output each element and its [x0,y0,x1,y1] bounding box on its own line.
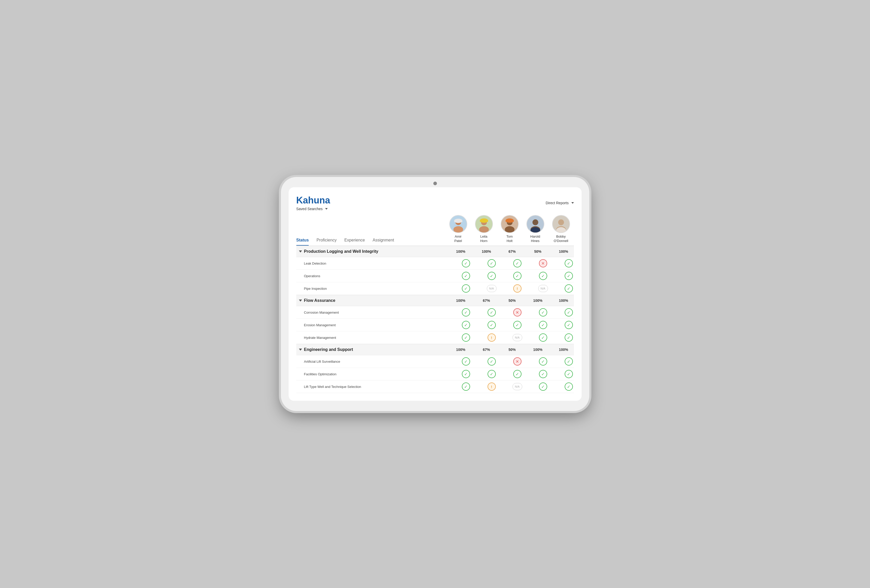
header-right: Direct Reports [546,201,574,205]
group-pct-2-3: 100% [525,347,551,352]
group-pct-1-3: 100% [525,298,551,303]
person-name-bobby-odonnell: BobbyO'Donnell [554,235,568,243]
status-cell-1-2-3: ✓ [530,333,556,342]
check-icon: ✓ [462,357,470,365]
status-cell-1-0-1: ✓ [479,308,505,316]
tablet-camera [434,182,437,185]
status-cell-0-1-1: ✓ [479,272,505,280]
person-harold-hines: HaroldHines [523,215,548,243]
check-icon: ✓ [487,308,496,316]
group-percentages-2: 100%67%50%100%100% [448,347,577,352]
skill-statuses-0-2: ✓N/A!N/A✓ [453,284,582,293]
skill-statuses-2-2: ✓!N/A✓✓ [453,383,582,391]
group-pct-0-3: 50% [525,249,551,254]
status-cell-2-1-1: ✓ [479,370,505,378]
x-icon: ✕ [513,357,521,365]
check-icon: ✓ [513,259,521,267]
check-icon: ✓ [487,370,496,378]
status-cell-1-0-3: ✓ [530,308,556,316]
status-cell-2-0-2: ✕ [505,357,530,365]
svg-point-17 [532,219,538,225]
group-header-2[interactable]: Engineering and Support100%67%50%100%100… [296,344,574,355]
skill-row-2-1: Facilities Optimization✓✓✓✓✓ [296,368,574,380]
check-icon: ✓ [539,357,547,365]
check-icon: ✓ [462,383,470,391]
svg-point-21 [558,219,564,225]
tab-experience[interactable]: Experience [344,238,365,246]
group-pct-2-1: 67% [474,347,499,352]
check-icon: ✓ [462,284,470,293]
status-cell-1-1-2: ✓ [505,321,530,329]
group-label-text-1: Flow Assurance [304,298,335,303]
check-icon: ✓ [565,357,573,365]
tabs: Status Proficiency Experience Assignment [296,238,445,246]
group-label-text-2: Engineering and Support [304,347,353,352]
skill-name-0-1: Operations [304,274,453,278]
direct-reports-arrow-icon [571,202,574,204]
skill-statuses-0-0: ✓✓✓✕✓ [453,259,582,267]
status-cell-1-1-0: ✓ [453,321,479,329]
person-name-leila-horn: LeilaHorn [480,235,487,243]
group-header-1[interactable]: Flow Assurance100%67%50%100%100% [296,295,574,306]
check-icon: ✓ [539,370,547,378]
status-cell-1-1-1: ✓ [479,321,505,329]
skill-statuses-1-0: ✓✓✕✓✓ [453,308,582,316]
group-pct-2-2: 50% [499,347,525,352]
person-amir-patel: AmirPatel [445,215,471,243]
status-cell-2-1-0: ✓ [453,370,479,378]
skill-name-0-0: Leak Detection [304,261,453,265]
check-icon: ✓ [462,272,470,280]
status-cell-2-1-4: ✓ [556,370,582,378]
check-icon: ✓ [513,272,521,280]
status-cell-2-0-1: ✓ [479,357,505,365]
status-cell-1-1-3: ✓ [530,321,556,329]
skill-row-0-1: Operations✓✓✓✓✓ [296,270,574,282]
check-icon: ✓ [487,272,496,280]
check-icon: ✓ [539,321,547,329]
svg-point-13 [505,226,514,233]
avatar-bobby-odonnell [552,215,570,233]
skill-row-1-0: Corrosion Management✓✓✕✓✓ [296,306,574,319]
x-icon: ✕ [513,308,521,316]
group-pct-1-1: 67% [474,298,499,303]
status-cell-1-0-0: ✓ [453,308,479,316]
avatar-tom-holt [501,215,518,233]
avatar-harold-hines [526,215,544,233]
status-cell-2-2-4: ✓ [556,383,582,391]
tab-assignment[interactable]: Assignment [373,238,394,246]
saved-searches-dropdown[interactable]: Saved Searches [296,207,330,211]
skill-name-1-0: Corrosion Management [304,310,453,315]
check-icon: ✓ [487,357,496,365]
direct-reports-dropdown[interactable]: Direct Reports [546,201,574,205]
group-label-text-0: Production Logging and Well Integrity [304,249,378,254]
group-pct-0-4: 100% [551,249,577,254]
saved-searches-label: Saved Searches [296,207,323,211]
chevron-icon-1 [299,300,302,301]
group-header-0[interactable]: Production Logging and Well Integrity100… [296,246,574,257]
check-icon: ✓ [462,321,470,329]
status-cell-2-0-0: ✓ [453,357,479,365]
status-cell-2-1-3: ✓ [530,370,556,378]
status-cell-0-1-4: ✓ [556,272,582,280]
tab-proficiency[interactable]: Proficiency [316,238,337,246]
na-icon: N/A [512,383,522,390]
skill-statuses-1-2: ✓!N/A✓✓ [453,333,582,342]
saved-searches-arrow-icon [325,208,328,209]
na-icon: N/A [512,334,522,341]
skill-statuses-0-1: ✓✓✓✓✓ [453,272,582,280]
status-cell-1-2-0: ✓ [453,333,479,342]
tab-status[interactable]: Status [296,238,309,246]
status-cell-0-0-4: ✓ [556,259,582,267]
group-label-1: Flow Assurance [299,298,448,303]
skill-statuses-2-0: ✓✓✕✓✓ [453,357,582,365]
check-icon: ✓ [539,383,547,391]
person-bobby-odonnell: BobbyO'Donnell [548,215,574,243]
person-name-tom-holt: TomHolt [507,235,513,243]
group-pct-0-1: 100% [474,249,499,254]
check-icon: ✓ [539,333,547,342]
svg-point-8 [479,226,489,233]
group-pct-0-0: 100% [448,249,474,254]
status-cell-2-1-2: ✓ [505,370,530,378]
svg-rect-15 [505,220,514,222]
check-icon: ✓ [565,308,573,316]
